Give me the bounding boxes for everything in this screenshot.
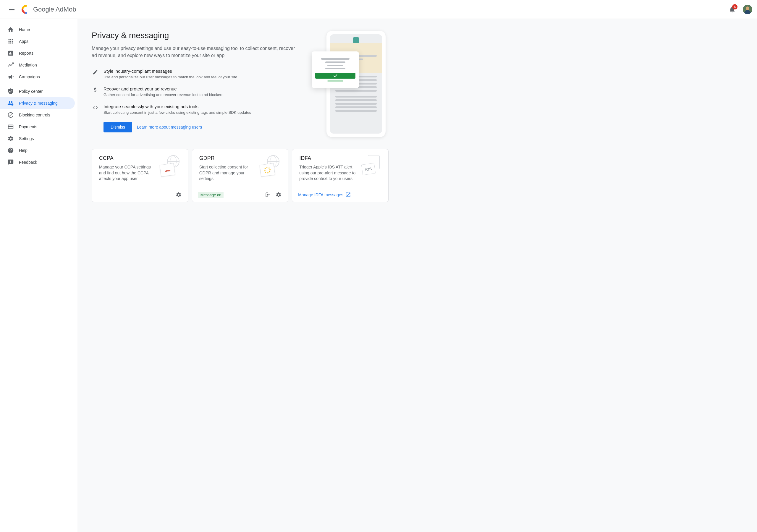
admob-logo-icon xyxy=(21,5,31,14)
card-illustration: ★★★★★★★★ xyxy=(260,155,281,176)
pencil-icon xyxy=(92,69,99,76)
sidebar-item-label: Policy center xyxy=(19,89,43,94)
shield-icon xyxy=(7,88,14,95)
hero-section: Privacy & messaging Manage your privacy … xyxy=(92,31,388,137)
payments-icon xyxy=(7,123,14,130)
hero-illustration xyxy=(312,31,388,137)
card-footer: Message on xyxy=(192,188,288,202)
sidebar-item-payments[interactable]: Payments xyxy=(0,121,75,133)
card-desc: Start collecting consent for GDPR and ma… xyxy=(199,164,257,182)
app-header: Google AdMob 6 xyxy=(0,0,757,19)
bar-chart-icon xyxy=(7,50,14,57)
feature-row: Style industry-compliant messagesUse and… xyxy=(92,69,300,79)
megaphone-icon xyxy=(7,73,14,80)
svg-text:★: ★ xyxy=(267,172,269,174)
product-logo[interactable]: Google AdMob xyxy=(21,5,76,14)
cards-grid: CCPAManage your CCPA settings and find o… xyxy=(92,149,388,202)
sidebar-item-label: Mediation xyxy=(19,63,37,67)
sidebar-item-label: Reports xyxy=(19,51,33,56)
notification-badge: 6 xyxy=(732,4,738,10)
home-icon xyxy=(7,26,14,33)
main-content: Privacy & messaging Manage your privacy … xyxy=(77,19,403,532)
feedback-icon xyxy=(7,159,14,166)
feature-row: Recover and protect your ad revenueGathe… xyxy=(92,86,300,97)
card-desc: Trigger Apple's iOS ATT alert using our … xyxy=(299,164,357,182)
card-footer xyxy=(92,188,188,202)
svg-point-0 xyxy=(25,12,27,14)
sidebar-item-label: Home xyxy=(19,27,30,32)
privacy-icon xyxy=(7,100,14,107)
user-avatar[interactable] xyxy=(743,5,752,14)
card-gdpr: GDPRStart collecting consent for GDPR an… xyxy=(192,149,288,202)
open-in-new-icon xyxy=(345,192,351,198)
sidebar-item-blocking[interactable]: Blocking controls xyxy=(0,109,75,121)
feature-desc: Start collecting consent in just a few c… xyxy=(104,110,251,115)
help-icon xyxy=(7,147,14,154)
card-title: IDFA xyxy=(299,155,357,162)
svg-point-2 xyxy=(746,7,749,10)
sidebar-item-label: Blocking controls xyxy=(19,113,50,117)
code-icon xyxy=(92,104,99,111)
feature-desc: Gather consent for advertising and recov… xyxy=(104,93,223,97)
sidebar-item-privacy[interactable]: Privacy & messaging xyxy=(0,97,75,109)
feature-title: Integrate seamlessly with your existing … xyxy=(104,104,251,109)
card-footer: Manage IDFA messages xyxy=(292,188,388,202)
svg-text:★: ★ xyxy=(264,167,266,170)
card-ccpa: CCPAManage your CCPA settings and find o… xyxy=(92,149,188,202)
sidebar-nav: HomeAppsReportsMediationCampaignsPolicy … xyxy=(0,19,77,532)
sidebar-item-label: Settings xyxy=(19,136,34,141)
gear-icon xyxy=(7,135,14,142)
trend-icon xyxy=(7,62,14,69)
block-icon xyxy=(7,111,14,119)
card-title: GDPR xyxy=(199,155,257,162)
sidebar-item-label: Help xyxy=(19,148,27,153)
manage-link[interactable]: Manage IDFA messages xyxy=(298,192,351,198)
feature-row: Integrate seamlessly with your existing … xyxy=(92,104,300,115)
learn-more-link[interactable]: Learn more about messaging users xyxy=(137,125,202,130)
preview-icon-button[interactable] xyxy=(264,191,271,198)
status-chip: Message on xyxy=(198,192,224,198)
sidebar-item-policy[interactable]: Policy center xyxy=(0,85,75,97)
notifications-button[interactable]: 6 xyxy=(726,4,738,15)
card-illustration xyxy=(160,155,181,176)
sidebar-item-label: Payments xyxy=(19,124,37,129)
page-title: Privacy & messaging xyxy=(92,31,300,40)
sidebar-item-label: Privacy & messaging xyxy=(19,101,58,105)
sidebar-item-settings[interactable]: Settings xyxy=(0,133,75,144)
dollar-icon xyxy=(92,86,99,93)
sidebar-item-apps[interactable]: Apps xyxy=(0,36,75,47)
sidebar-item-label: Feedback xyxy=(19,160,37,164)
settings-icon-button[interactable] xyxy=(175,191,182,198)
feature-title: Recover and protect your ad revenue xyxy=(104,86,223,91)
settings-icon-button[interactable] xyxy=(275,191,282,198)
sidebar-item-mediation[interactable]: Mediation xyxy=(0,59,75,71)
sidebar-item-home[interactable]: Home xyxy=(0,24,75,36)
card-idfa: IDFATrigger Apple's iOS ATT alert using … xyxy=(292,149,388,202)
sidebar-item-reports[interactable]: Reports xyxy=(0,47,75,59)
product-name: Google AdMob xyxy=(33,6,76,13)
feature-title: Style industry-compliant messages xyxy=(104,69,237,74)
sidebar-item-label: Apps xyxy=(19,39,28,44)
sidebar-item-campaigns[interactable]: Campaigns xyxy=(0,71,75,83)
svg-text:★: ★ xyxy=(268,170,271,173)
svg-text:★: ★ xyxy=(264,169,266,172)
page-subtitle: Manage your privacy settings and use our… xyxy=(92,45,300,59)
card-illustration: iOS xyxy=(360,155,381,176)
sidebar-item-label: Campaigns xyxy=(19,74,40,79)
feature-desc: Use and personalize our user messages to… xyxy=(104,75,237,79)
hamburger-menu-button[interactable] xyxy=(5,2,19,16)
apps-icon xyxy=(7,38,14,45)
card-desc: Manage your CCPA settings and find out h… xyxy=(99,164,157,182)
sidebar-item-help[interactable]: Help xyxy=(0,144,75,156)
card-title: CCPA xyxy=(99,155,157,162)
dismiss-button[interactable]: Dismiss xyxy=(104,122,132,133)
sidebar-item-feedback[interactable]: Feedback xyxy=(0,156,75,168)
svg-point-4 xyxy=(11,103,13,105)
